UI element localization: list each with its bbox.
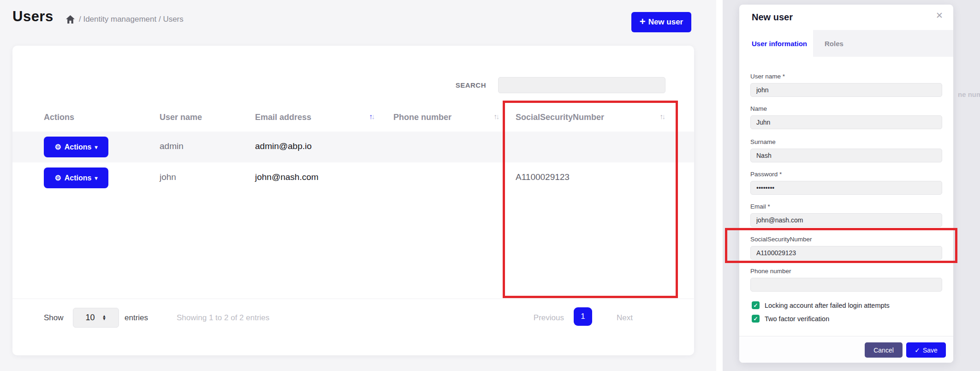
new-user-button-label: New user	[648, 18, 683, 27]
cell-username: admin	[160, 141, 184, 151]
checkbox-two-factor-label: Two factor verification	[765, 315, 829, 323]
entries-label: entries	[125, 313, 148, 323]
search-input[interactable]	[498, 77, 665, 93]
checkbox-two-factor[interactable]: ✓ Two factor verification	[752, 315, 829, 323]
new-user-modal: New user ✕ User information Roles User n…	[739, 5, 953, 363]
field-email: Email *	[750, 203, 942, 227]
ssn-input[interactable]	[750, 246, 942, 260]
check-icon: ✓	[915, 347, 920, 354]
page-size-select[interactable]: 10 ▲ ▼	[73, 308, 119, 328]
page-title: Users	[12, 8, 53, 25]
actions-button-label: Actions	[65, 143, 92, 151]
tab-user-information[interactable]: User information	[739, 30, 813, 57]
breadcrumb: / Identity management / Users	[66, 15, 184, 24]
caret-down-icon: ▾	[95, 175, 97, 181]
name-input[interactable]	[750, 115, 942, 129]
column-header-email[interactable]: Email address	[255, 113, 311, 122]
cell-ssn: A1100029123	[516, 172, 570, 182]
cancel-button[interactable]: Cancel	[865, 342, 903, 358]
screenshot-root: Users / Identity management / Users + Ne…	[0, 0, 980, 371]
field-phone-label: Phone number	[750, 268, 942, 275]
breadcrumb-path: / Identity management / Users	[79, 15, 184, 24]
sort-icon-phone[interactable]: ↑↓	[493, 113, 498, 121]
cell-username: john	[160, 172, 176, 182]
pagination-next[interactable]: Next	[617, 313, 633, 323]
modal-title: New user	[752, 12, 793, 23]
phone-input[interactable]	[750, 278, 942, 292]
actions-dropdown-button[interactable]: ⚙ Actions ▾	[44, 137, 108, 157]
surname-input[interactable]	[750, 149, 942, 162]
users-table-card: SEARCH Actions User name Email address ↑…	[12, 46, 694, 355]
cell-email: admin@abp.io	[255, 141, 312, 151]
column-header-ssn[interactable]: SocialSecurityNumber	[516, 113, 604, 122]
home-icon[interactable]	[66, 15, 75, 24]
sort-icon-ssn[interactable]: ↑↓	[659, 113, 664, 121]
page-size-value: 10	[86, 313, 95, 323]
column-header-actions: Actions	[44, 113, 74, 122]
table-footer: Show 10 ▲ ▼ entries Showing 1 to 2 of 2 …	[12, 305, 694, 333]
checkbox-checked-icon: ✓	[752, 315, 760, 323]
gear-icon: ⚙	[54, 144, 61, 151]
save-button[interactable]: ✓ Save	[906, 342, 946, 358]
field-username: User name *	[750, 73, 942, 97]
password-input[interactable]	[750, 181, 942, 195]
gear-icon: ⚙	[54, 174, 61, 182]
table-bottom-border	[12, 299, 694, 299]
actions-dropdown-button[interactable]: ⚙ Actions ▾	[44, 168, 108, 188]
panel-divider	[716, 0, 723, 371]
checkbox-lockout[interactable]: ✓ Locking account after failed login att…	[752, 301, 890, 309]
field-name: Name	[750, 105, 942, 129]
field-email-label: Email *	[750, 203, 942, 210]
new-user-button[interactable]: + New user	[631, 12, 691, 32]
plus-icon: +	[640, 17, 646, 27]
checkbox-lockout-label: Locking account after failed login attem…	[765, 302, 890, 309]
pagination-page-1[interactable]: 1	[574, 307, 592, 326]
field-password-label: Password *	[750, 171, 942, 178]
checkbox-checked-icon: ✓	[752, 301, 760, 309]
field-name-label: Name	[750, 105, 942, 112]
background-text-fragment: ne numbe	[958, 90, 980, 98]
email-input[interactable]	[750, 213, 942, 227]
actions-button-label: Actions	[65, 174, 92, 182]
modal-footer: Cancel ✓ Save	[739, 336, 953, 363]
sort-icon-email[interactable]: ↑↓	[369, 113, 374, 121]
close-icon[interactable]: ✕	[936, 10, 943, 21]
search-label: SEARCH	[456, 81, 486, 89]
column-header-phone[interactable]: Phone number	[393, 113, 451, 122]
pagination-previous[interactable]: Previous	[534, 313, 564, 323]
stepper-icon: ▲ ▼	[102, 315, 107, 320]
show-label: Show	[44, 313, 64, 323]
save-button-label: Save	[923, 347, 938, 354]
modal-tabbar: User information Roles	[739, 30, 953, 57]
cell-email: john@nash.com	[255, 172, 319, 182]
caret-down-icon: ▾	[95, 144, 97, 150]
column-header-username: User name	[160, 113, 202, 122]
table-header-row: Actions User name Email address ↑↓ Phone…	[12, 106, 694, 132]
field-surname-label: Surname	[750, 138, 942, 145]
search-row: SEARCH	[456, 77, 665, 93]
table-row-admin: ⚙ Actions ▾ admin admin@abp.io	[12, 132, 694, 162]
tab-roles[interactable]: Roles	[825, 30, 843, 57]
field-password: Password *	[750, 171, 942, 195]
field-phone: Phone number	[750, 268, 942, 292]
entries-summary: Showing 1 to 2 of 2 entries	[177, 313, 269, 323]
username-input[interactable]	[750, 83, 942, 97]
field-username-label: User name *	[750, 73, 942, 80]
field-ssn-label: SocialSecurityNumber	[750, 236, 942, 243]
users-page: Users / Identity management / Users + Ne…	[0, 0, 716, 371]
table-row-john: ⚙ Actions ▾ john john@nash.com A11000291…	[12, 162, 694, 193]
field-surname: Surname	[750, 138, 942, 162]
field-ssn: SocialSecurityNumber	[750, 236, 942, 260]
